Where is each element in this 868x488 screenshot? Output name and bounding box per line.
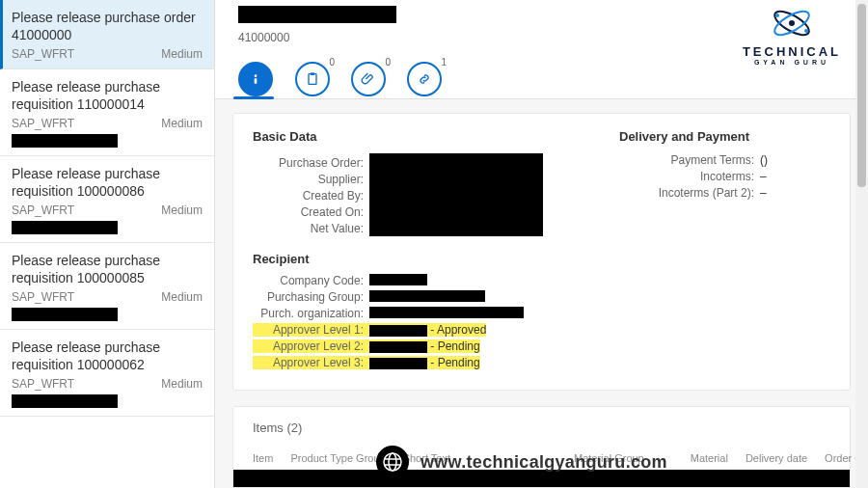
field-label: Created By: bbox=[253, 189, 369, 203]
svg-point-0 bbox=[255, 74, 258, 77]
scrollbar[interactable] bbox=[855, 0, 868, 488]
approver-label: Approver Level 1: bbox=[253, 323, 369, 337]
items-title: Items (2) bbox=[253, 420, 830, 435]
task-title: Please release purchase requisition 1000… bbox=[12, 166, 203, 200]
task-title: Please release purchase requisition 1000… bbox=[12, 339, 203, 373]
task-priority: Medium bbox=[161, 290, 203, 304]
field-label: Net Value: bbox=[253, 222, 369, 235]
redacted-block bbox=[12, 221, 118, 234]
col-header: Product Type Group bbox=[290, 452, 385, 464]
scrollbar-thumb[interactable] bbox=[857, 4, 866, 187]
tab-notes[interactable]: 0 bbox=[295, 62, 330, 96]
tab-attachments[interactable]: 0 bbox=[351, 62, 386, 96]
field-value: – bbox=[760, 170, 767, 183]
task-list-item[interactable]: Please release purchase order 41000000 S… bbox=[0, 0, 214, 69]
redacted-block bbox=[369, 290, 485, 302]
col-header: Item bbox=[253, 452, 273, 464]
svg-point-10 bbox=[389, 453, 396, 471]
task-source: SAP_WFRT bbox=[12, 117, 74, 130]
svg-rect-1 bbox=[255, 78, 258, 83]
redacted-block bbox=[12, 394, 118, 408]
col-header: Material bbox=[691, 452, 728, 464]
field-label: Supplier: bbox=[253, 173, 369, 186]
field-value: – bbox=[760, 186, 767, 200]
clipboard-icon bbox=[305, 71, 320, 87]
section-title: Recipient bbox=[253, 252, 830, 266]
task-source: SAP_WFRT bbox=[12, 290, 74, 304]
task-priority: Medium bbox=[161, 47, 203, 61]
redacted-block bbox=[12, 308, 118, 321]
task-title: Please release purchase requisition 1100… bbox=[12, 79, 203, 113]
link-icon bbox=[417, 71, 432, 87]
task-title: Please release purchase order 41000000 bbox=[12, 10, 203, 43]
redacted-block bbox=[369, 358, 427, 369]
task-priority: Medium bbox=[161, 377, 203, 391]
field-label: Incoterms (Part 2): bbox=[619, 186, 760, 200]
task-list-item[interactable]: Please release purchase requisition 1000… bbox=[0, 156, 214, 243]
redacted-block bbox=[12, 134, 118, 148]
svg-rect-3 bbox=[311, 72, 314, 75]
task-list-sidebar[interactable]: Please release purchase order 41000000 S… bbox=[0, 0, 215, 488]
field-label: Purchasing Group: bbox=[253, 290, 369, 304]
footer-url: www.technicalgyanguru.com bbox=[420, 452, 667, 473]
approver-label: Approver Level 2: bbox=[253, 339, 369, 353]
approver-status: - Pending bbox=[430, 339, 479, 353]
redacted-block bbox=[369, 274, 427, 285]
field-label: Purch. organization: bbox=[253, 307, 369, 320]
redacted-block bbox=[369, 325, 427, 337]
svg-point-8 bbox=[804, 29, 808, 33]
task-title: Please release purchase requisition 1000… bbox=[12, 253, 203, 286]
redacted-block bbox=[369, 307, 524, 318]
tab-badge: 0 bbox=[329, 58, 335, 68]
task-source: SAP_WFRT bbox=[12, 377, 74, 391]
svg-rect-2 bbox=[309, 74, 316, 85]
svg-point-7 bbox=[775, 14, 779, 17]
task-priority: Medium bbox=[161, 203, 203, 217]
task-list-item[interactable]: Please release purchase requisition 1000… bbox=[0, 243, 214, 330]
approver-status: - Approved bbox=[430, 323, 486, 337]
svg-point-6 bbox=[789, 20, 795, 26]
field-label: Purchase Order: bbox=[253, 156, 369, 170]
field-value: () bbox=[760, 153, 768, 167]
brand-logo: TECHNICAL GYAN GURU bbox=[743, 4, 841, 66]
redacted-block bbox=[369, 341, 427, 353]
approver-label: Approver Level 3: bbox=[253, 356, 369, 369]
col-header: Delivery date bbox=[746, 452, 807, 464]
redacted-block bbox=[369, 153, 543, 236]
info-icon bbox=[248, 71, 263, 87]
tab-badge: 1 bbox=[441, 58, 447, 68]
section-title: Basic Data bbox=[253, 129, 561, 144]
redacted-block bbox=[238, 6, 396, 23]
detail-panel: 41000000 0 0 1 bbox=[215, 0, 868, 488]
field-label: Incoterms: bbox=[619, 170, 760, 183]
detail-tabs: 0 0 1 bbox=[238, 62, 845, 98]
task-source: SAP_WFRT bbox=[12, 203, 74, 217]
task-list-item[interactable]: Please release purchase requisition 1000… bbox=[0, 330, 214, 417]
brand-name: TECHNICAL bbox=[743, 44, 841, 59]
section-title: Delivery and Payment bbox=[619, 129, 830, 144]
approver-status: - Pending bbox=[430, 356, 479, 369]
task-source: SAP_WFRT bbox=[12, 47, 74, 61]
field-label: Payment Terms: bbox=[619, 153, 760, 167]
basic-data-section: Basic Data Purchase Order: Supplier: Cre… bbox=[232, 113, 851, 391]
paperclip-icon bbox=[361, 71, 376, 87]
tab-badge: 0 bbox=[385, 58, 391, 68]
globe-icon bbox=[376, 446, 409, 478]
task-list-item[interactable]: Please release purchase requisition 1100… bbox=[0, 69, 214, 156]
tab-info[interactable] bbox=[238, 62, 273, 96]
atom-icon bbox=[770, 4, 814, 42]
footer-watermark: www.technicalgyanguru.com bbox=[376, 446, 667, 478]
brand-sub: GYAN GURU bbox=[743, 59, 841, 66]
field-label: Company Code: bbox=[253, 274, 369, 287]
svg-point-9 bbox=[384, 453, 401, 471]
field-label: Created On: bbox=[253, 205, 369, 219]
task-priority: Medium bbox=[161, 117, 203, 130]
tab-links[interactable]: 1 bbox=[407, 62, 442, 96]
